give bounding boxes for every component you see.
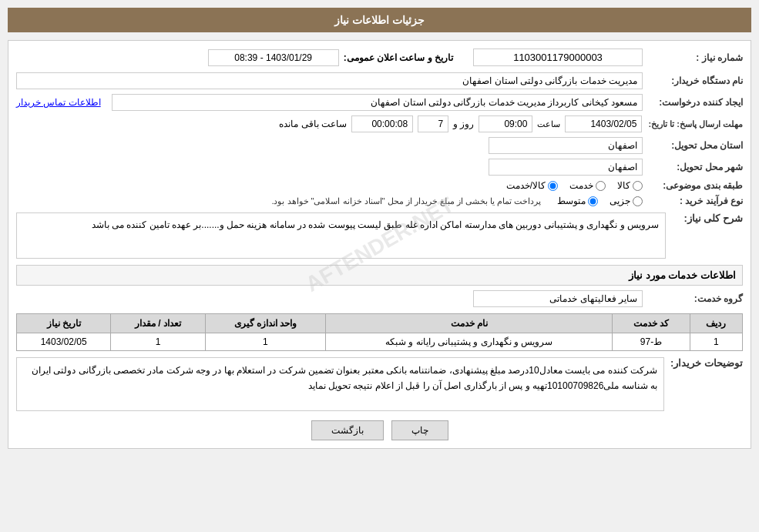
page-title: جزئیات اطلاعات نیاز <box>334 14 425 26</box>
service-group-label: گروه خدمت: <box>643 293 743 304</box>
creator-input[interactable] <box>112 94 643 111</box>
contact-info-link[interactable]: اطلاعات تماس خریدار <box>16 97 101 108</box>
deadline-days-label: روز و <box>453 119 474 129</box>
buyer-notes-label: توضیحات خریدار: <box>664 357 743 369</box>
col-row-num: ردیف <box>690 314 742 333</box>
province-input[interactable] <box>489 137 643 154</box>
services-table: ردیف کد خدمت نام خدمت واحد اندازه گیری ت… <box>16 313 743 351</box>
category-label: طبقه بندی موضوعی: <box>643 180 743 191</box>
radio-kala-label: کالا <box>617 180 630 191</box>
col-service-code: کد خدمت <box>613 314 690 333</box>
service-group-input[interactable] <box>473 290 643 307</box>
back-button[interactable]: بازگشت <box>311 420 384 440</box>
deadline-label: مهلت ارسال پاسخ: تا تاریخ: <box>642 119 743 129</box>
col-service-name: نام خدمت <box>326 314 613 333</box>
radio-jozei-label: جزیی <box>610 196 630 206</box>
buyer-notes-box: شرکت کننده می بایست معادل10درصد مبلغ پیش… <box>16 357 664 411</box>
cell-need-date: 1403/02/05 <box>17 333 111 351</box>
need-description-text: سرویس و نگهداری و پشتیبانی دوربین های مد… <box>92 219 659 230</box>
radio-khedmat-label: خدمت <box>569 180 593 191</box>
table-row: 1 ط-97 سرویس و نگهداری و پشتیبانی رایانه… <box>17 333 743 351</box>
cell-row-num: 1 <box>690 333 742 351</box>
buyer-notes-text: شرکت کننده می بایست معادل10درصد مبلغ پیش… <box>32 365 657 391</box>
deadline-remaining-input[interactable] <box>351 115 413 132</box>
services-info-header: اطلاعات خدمات مورد نیاز <box>16 265 743 286</box>
announcement-label: تاریخ و ساعت اعلان عمومی: <box>344 52 453 63</box>
radio-jozei[interactable]: جزیی <box>610 196 643 206</box>
radio-kala-khedmat[interactable]: کالا/خدمت <box>506 180 558 191</box>
action-buttons: چاپ بازگشت <box>16 420 743 440</box>
cell-quantity: 1 <box>111 333 205 351</box>
city-input[interactable] <box>489 159 643 176</box>
process-description: پرداخت تمام یا بخشی از مبلغ خریدار از مح… <box>271 196 541 206</box>
cell-unit: 1 <box>205 333 326 351</box>
deadline-date-input[interactable] <box>565 115 642 132</box>
cell-service-name: سرویس و نگهداری و پشتیبانی رایانه و شبکه <box>326 333 613 351</box>
deadline-time-label: ساعت <box>537 119 560 129</box>
page-header: جزئیات اطلاعات نیاز <box>8 8 751 32</box>
radio-motavaset-label: متوسط <box>557 196 586 206</box>
process-type-label: نوع فرآیند خرید : <box>643 196 743 206</box>
buyer-org-input[interactable] <box>16 72 643 89</box>
print-button[interactable]: چاپ <box>391 420 448 440</box>
radio-khedmat[interactable]: خدمت <box>569 180 606 191</box>
need-description-box: سرویس و نگهداری و پشتیبانی دوربین های مد… <box>16 212 666 259</box>
buyer-org-label: نام دستگاه خریدار: <box>643 75 743 86</box>
need-number-label: شماره نیاز : <box>643 52 743 63</box>
need-description-label: شرح کلی نیاز: <box>666 212 743 224</box>
province-label: استان محل تحویل: <box>643 140 743 151</box>
deadline-remaining-label: ساعت باقی مانده <box>279 119 347 129</box>
radio-kala[interactable]: کالا <box>617 180 643 191</box>
announcement-date-input[interactable] <box>208 49 339 66</box>
col-unit: واحد اندازه گیری <box>205 314 326 333</box>
deadline-days-input[interactable] <box>418 115 448 132</box>
need-number-input[interactable] <box>473 49 643 66</box>
col-need-date: تاریخ نیاز <box>17 314 111 333</box>
city-label: شهر محل تحویل: <box>643 162 743 172</box>
radio-motavaset[interactable]: متوسط <box>557 196 598 206</box>
cell-service-code: ط-97 <box>613 333 690 351</box>
col-quantity: تعداد / مقدار <box>111 314 205 333</box>
deadline-time-input[interactable] <box>479 115 532 132</box>
radio-kala-khedmat-label: کالا/خدمت <box>506 180 546 191</box>
creator-label: ایجاد کننده درخواست: <box>643 97 743 108</box>
